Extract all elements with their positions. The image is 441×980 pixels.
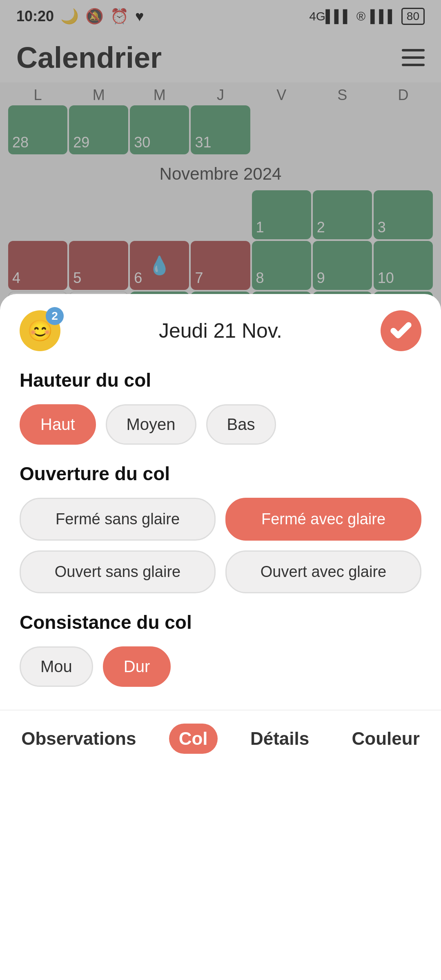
month-label: Novembre 2024: [8, 154, 433, 190]
nav-observations[interactable]: Observations: [11, 724, 146, 754]
signal-icon: ▌▌▌: [370, 9, 396, 23]
app-header: Calendrier: [0, 33, 441, 82]
hauteur-moyen-button[interactable]: Moyen: [106, 404, 196, 445]
day-S: S: [313, 87, 372, 104]
day-L: L: [8, 87, 67, 104]
cal-cell-6[interactable]: 💧 6: [130, 241, 189, 290]
cal-cell-9[interactable]: 9: [313, 241, 372, 290]
alarm-muted-icon: 🔕: [85, 8, 104, 25]
check-icon: [390, 319, 412, 342]
cal-cell-5[interactable]: 5: [69, 241, 128, 290]
day-M1: M: [69, 87, 128, 104]
cal-empty-6: [130, 190, 189, 239]
hauteur-haut-button[interactable]: Haut: [20, 404, 96, 445]
cal-cell-30[interactable]: 30: [130, 105, 189, 154]
ouverture-ferme-avec-glaire-button[interactable]: Fermé avec glaire: [225, 498, 421, 541]
consistance-options: Mou Dur: [0, 640, 441, 697]
nav-col[interactable]: Col: [169, 724, 218, 754]
hauteur-bas-button[interactable]: Bas: [206, 404, 276, 445]
day-V: V: [252, 87, 311, 104]
moon-icon: 🌙: [60, 8, 79, 25]
status-right: 4G▌▌▌ ® ▌▌▌ 80: [309, 8, 425, 25]
status-bar: 10:20 🌙 🔕 ⏰ ♥ 4G▌▌▌ ® ▌▌▌ 80: [0, 0, 441, 33]
menu-button[interactable]: [402, 49, 425, 66]
time: 10:20: [16, 8, 54, 25]
nov-row1: 1 2 3: [8, 190, 433, 239]
cal-empty-7: [191, 190, 250, 239]
ouverture-title: Ouverture du col: [0, 454, 441, 491]
consistance-title: Consistance du col: [0, 603, 441, 640]
cal-cell-8[interactable]: 8: [252, 241, 311, 290]
ouverture-ferme-sans-glaire-button[interactable]: Fermé sans glaire: [20, 498, 216, 541]
consistance-mou-button[interactable]: Mou: [20, 646, 93, 687]
bottom-sheet: 😊 2 Jeudi 21 Nov. Hauteur du col Haut Mo…: [0, 294, 441, 980]
registered-icon: ®: [356, 9, 365, 23]
status-left: 10:20 🌙 🔕 ⏰ ♥: [16, 8, 144, 25]
consistance-dur-button[interactable]: Dur: [103, 646, 171, 687]
app-title: Calendrier: [16, 41, 162, 74]
nav-details[interactable]: Détails: [241, 724, 319, 754]
battery-icon: 80: [401, 8, 425, 25]
alarm-icon: ⏰: [110, 8, 129, 25]
heart-icon: ♥: [135, 8, 144, 25]
badge-count: 2: [46, 307, 64, 325]
cal-cell-28[interactable]: 28: [8, 105, 67, 154]
day-D: D: [374, 87, 433, 104]
day-J: J: [191, 87, 250, 104]
cal-cell-4[interactable]: 4: [8, 241, 67, 290]
cal-cell-7[interactable]: 7: [191, 241, 250, 290]
cal-empty-4: [8, 190, 67, 239]
cal-empty-5: [69, 190, 128, 239]
sheet-header: 😊 2 Jeudi 21 Nov.: [0, 294, 441, 361]
avatar: 😊 2: [20, 310, 60, 351]
day-M2: M: [130, 87, 189, 104]
cal-cell-3[interactable]: 3: [374, 190, 433, 239]
cal-cell-1[interactable]: 1: [252, 190, 311, 239]
confirm-button[interactable]: [381, 310, 421, 351]
nav-couleur[interactable]: Couleur: [342, 724, 430, 754]
ouverture-ouvert-avec-glaire-button[interactable]: Ouvert avec glaire: [225, 550, 421, 593]
prev-month-row: 28 29 30 31: [8, 105, 433, 154]
cal-cell-empty1: [252, 105, 311, 154]
cal-cell-empty2: [313, 105, 372, 154]
nov-row2: 4 5 💧 6 7 8 9 10: [8, 241, 433, 290]
sheet-date: Jeudi 21 Nov.: [159, 319, 282, 343]
cal-cell-10[interactable]: 10: [374, 241, 433, 290]
bottom-nav: Observations Col Détails Couleur: [0, 710, 441, 770]
hauteur-title: Hauteur du col: [0, 361, 441, 398]
day-headers: L M M J V S D: [8, 82, 433, 105]
cal-cell-31[interactable]: 31: [191, 105, 250, 154]
ouverture-options: Fermé sans glaire Fermé avec glaire Ouve…: [0, 491, 441, 603]
hauteur-options: Haut Moyen Bas: [0, 398, 441, 454]
cal-cell-2[interactable]: 2: [313, 190, 372, 239]
cal-cell-29[interactable]: 29: [69, 105, 128, 154]
cal-cell-empty3: [374, 105, 433, 154]
network-icon: 4G▌▌▌: [309, 9, 352, 23]
ouverture-ouvert-sans-glaire-button[interactable]: Ouvert sans glaire: [20, 550, 216, 593]
